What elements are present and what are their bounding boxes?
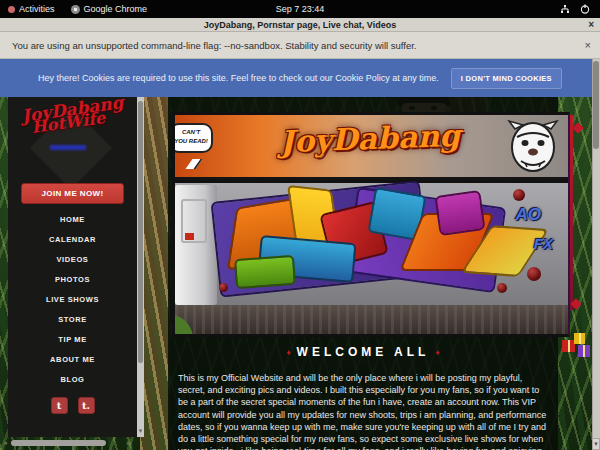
site-logo[interactable]: JoyDabang HotWife: [8, 97, 137, 175]
welcome-heading: ♦WELCOME ALL♦: [168, 345, 558, 359]
cookie-consent-bar: Hey there! Cookies are required to use t…: [0, 59, 600, 97]
heading-diamond-left: ♦: [280, 348, 296, 357]
activities-icon: [8, 6, 15, 13]
gift-box-purple: [578, 345, 590, 357]
flag-warning-text: You are using an unsupported command-lin…: [12, 40, 417, 51]
sidebar-nav: HOME CALENDAR VIDEOS PHOTOS LIVE SHOWS S…: [8, 210, 137, 390]
wall-word-ao: AO: [516, 205, 542, 225]
cookie-accept-button[interactable]: I DON'T MIND COOKIES: [451, 68, 562, 89]
sidebar-item-blog[interactable]: BLOG: [8, 370, 137, 390]
window-title-bar: JoyDabang, Pornstar page, Live chat, Vid…: [0, 18, 600, 32]
bubble-line1: CAN'T: [172, 128, 211, 137]
bubble-line2: YOU READ!: [172, 137, 211, 146]
sidebar-item-calendar[interactable]: CALENDAR: [8, 230, 137, 250]
bulldog-icon: [507, 119, 559, 179]
infobar-close-icon[interactable]: ×: [585, 39, 591, 51]
welcome-heading-text: WELCOME ALL: [297, 345, 430, 359]
sidebar-item-home[interactable]: HOME: [8, 210, 137, 230]
speech-bubble: CAN'T YOU READ!: [172, 123, 213, 153]
sidebar-horizontal-scrollbar-thumb[interactable]: [11, 440, 106, 446]
sidebar-scroll-right-arrow[interactable]: ►: [126, 439, 132, 447]
activities-button[interactable]: Activities: [0, 0, 63, 18]
hero-image: CAN'T YOU READ! JoyDabang: [172, 112, 570, 337]
graffiti-shape: [434, 190, 485, 236]
heading-diamond-right: ♦: [429, 348, 445, 357]
activities-label: Activities: [19, 4, 55, 14]
truck-shape: [175, 185, 217, 305]
sidebar-item-photos[interactable]: PHOTOS: [8, 270, 137, 290]
flag-warning-infobar: You are using an unsupported command-lin…: [0, 32, 600, 59]
sidebar-iframe: JoyDabang HotWife JOIN ME NOW! HOME CALE…: [8, 97, 137, 437]
social-links: t t.: [8, 397, 137, 414]
system-top-bar: Activities Google Chrome Sep 7 23:44: [0, 0, 600, 18]
truck-taillight: [185, 233, 194, 240]
cookie-message-pre: Hey there! Cookies are required to use t…: [38, 73, 335, 83]
tumblr-icon[interactable]: t.: [78, 397, 95, 414]
sidebar-vertical-scrollbar-thumb[interactable]: [138, 101, 143, 363]
join-me-now-button[interactable]: JOIN ME NOW!: [21, 183, 124, 204]
sidebar-item-about-me[interactable]: ABOUT ME: [8, 350, 137, 370]
hero-banner: CAN'T YOU READ! JoyDabang: [175, 115, 569, 180]
screen: Activities Google Chrome Sep 7 23:44 Joy…: [0, 0, 600, 450]
paint-ball: [527, 267, 541, 281]
cookie-policy-link[interactable]: Cookie Policy: [335, 73, 390, 83]
sidebar-item-live-shows[interactable]: LIVE SHOWS: [8, 290, 137, 310]
chrome-icon: [71, 5, 80, 14]
sidebar-item-store[interactable]: STORE: [8, 310, 137, 330]
sidebar-item-videos[interactable]: VIDEOS: [8, 250, 137, 270]
background-red-ribbon: [570, 115, 573, 310]
window-close-button[interactable]: ×: [588, 18, 594, 32]
gift-box-yellow: [574, 333, 585, 344]
graffiti-wall: AO FX: [175, 183, 569, 305]
cookie-message-post: at any time.: [390, 73, 439, 83]
page-vertical-scrollbar-thumb[interactable]: [593, 61, 599, 149]
graffiti-shape: [234, 255, 296, 289]
sidebar-scroll-down-arrow[interactable]: ▼: [137, 427, 144, 437]
power-icon[interactable]: [580, 4, 590, 14]
logo-blue-link-smudge: [50, 145, 86, 150]
window-title: JoyDabang, Pornstar page, Live chat, Vid…: [204, 20, 396, 30]
app-menu-button[interactable]: Google Chrome: [63, 0, 156, 18]
paint-ball: [513, 189, 525, 201]
sidebar-item-tip-me[interactable]: TIP ME: [8, 330, 137, 350]
network-icon[interactable]: [560, 5, 570, 14]
twitter-icon[interactable]: t: [51, 397, 68, 414]
paint-ball: [497, 283, 507, 293]
wall-word-fx: FX: [534, 235, 553, 252]
page-scroll-down-arrow[interactable]: ▼: [592, 438, 600, 450]
paint-ball: [219, 283, 228, 292]
cookie-message: Hey there! Cookies are required to use t…: [38, 73, 439, 83]
pavement-ground: [175, 305, 569, 337]
app-menu-label: Google Chrome: [84, 4, 148, 14]
graffiti-title: JoyDabang: [214, 116, 525, 162]
hero-corner-grass: [172, 311, 197, 337]
sidebar-scroll-left-arrow[interactable]: ◄: [2, 439, 8, 447]
speech-bubble-tail: [185, 159, 202, 169]
background-reeds: [140, 59, 170, 450]
welcome-paragraph: This is my Official Website and will be …: [178, 372, 550, 450]
